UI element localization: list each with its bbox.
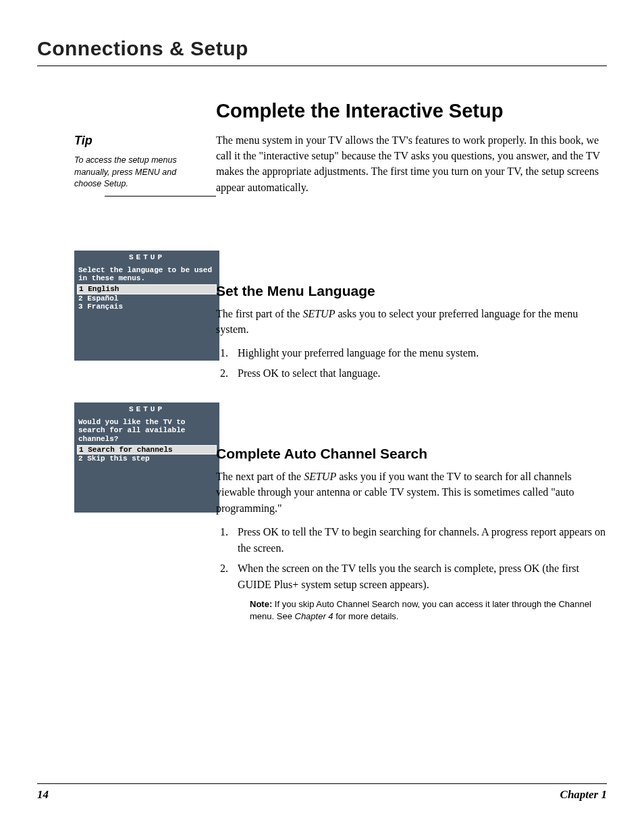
right-column: Complete the Interactive Setup The menu … bbox=[216, 100, 607, 623]
section-title: Complete Auto Channel Search bbox=[216, 446, 607, 462]
setup-screen-language: SETUP Select the language to be used in … bbox=[74, 251, 219, 361]
section-paragraph: The next part of the SETUP asks you if y… bbox=[216, 469, 607, 516]
left-column: Tip To access the setup menus manually, … bbox=[37, 100, 196, 623]
text: The next part of the bbox=[216, 471, 304, 482]
page-number: 14 bbox=[37, 788, 49, 802]
chapter-title: Connections & Setup bbox=[37, 37, 607, 60]
chapter-label: Chapter 1 bbox=[560, 788, 607, 802]
tip-text: To access the setup menus manually, pres… bbox=[74, 155, 196, 190]
page-body: Tip To access the setup menus manually, … bbox=[37, 100, 607, 623]
page-footer: 14 Chapter 1 bbox=[37, 783, 607, 802]
note-text: for more details. bbox=[333, 611, 399, 621]
screen-prompt: Would you like the TV to search for all … bbox=[74, 418, 219, 445]
section-paragraph: The first part of the SETUP asks you to … bbox=[216, 306, 607, 337]
header-rule bbox=[37, 66, 607, 66]
steps-list: Highlight your preferred language for th… bbox=[216, 345, 607, 382]
step: When the screen on the TV tells you the … bbox=[231, 561, 607, 593]
section-language: Set the Menu Language The first part of … bbox=[216, 283, 607, 382]
tip-box: Tip To access the setup menus manually, … bbox=[74, 134, 196, 197]
steps-list: Press OK to tell the TV to begin searchi… bbox=[216, 524, 607, 593]
screen-option: 2 Skip this step bbox=[74, 454, 219, 463]
text: The first part of the bbox=[216, 308, 302, 319]
setup-word: SETUP bbox=[304, 471, 336, 482]
main-title: Complete the Interactive Setup bbox=[216, 100, 607, 122]
screen-title: SETUP bbox=[74, 251, 219, 266]
page-header: Connections & Setup bbox=[37, 37, 607, 66]
screen-option-selected: 1 Search for channels bbox=[77, 445, 217, 455]
intro-paragraph: The menu system in your TV allows the TV… bbox=[216, 132, 607, 195]
screen-prompt: Select the language to be used in these … bbox=[74, 266, 219, 284]
section-auto-channel: Complete Auto Channel Search The next pa… bbox=[216, 446, 607, 623]
step: Press OK to tell the TV to begin searchi… bbox=[231, 524, 607, 556]
setup-screen-channel: SETUP Would you like the TV to search fo… bbox=[74, 402, 219, 513]
screen-option-selected: 1 English bbox=[77, 284, 217, 294]
screen-option: 3 Français bbox=[74, 303, 219, 311]
tip-heading: Tip bbox=[74, 134, 196, 148]
section-title: Set the Menu Language bbox=[216, 283, 607, 299]
screen-title: SETUP bbox=[74, 402, 219, 418]
note-label: Note: bbox=[250, 599, 272, 609]
chapter-reference: Chapter 4 bbox=[295, 611, 333, 621]
tip-rule bbox=[105, 196, 216, 197]
step: Press OK to select that language. bbox=[231, 365, 607, 382]
setup-word: SETUP bbox=[302, 308, 335, 319]
screen-option: 2 Español bbox=[74, 294, 219, 303]
note: Note: If you skip Auto Channel Search no… bbox=[250, 598, 607, 623]
step: Highlight your preferred language for th… bbox=[231, 345, 607, 361]
